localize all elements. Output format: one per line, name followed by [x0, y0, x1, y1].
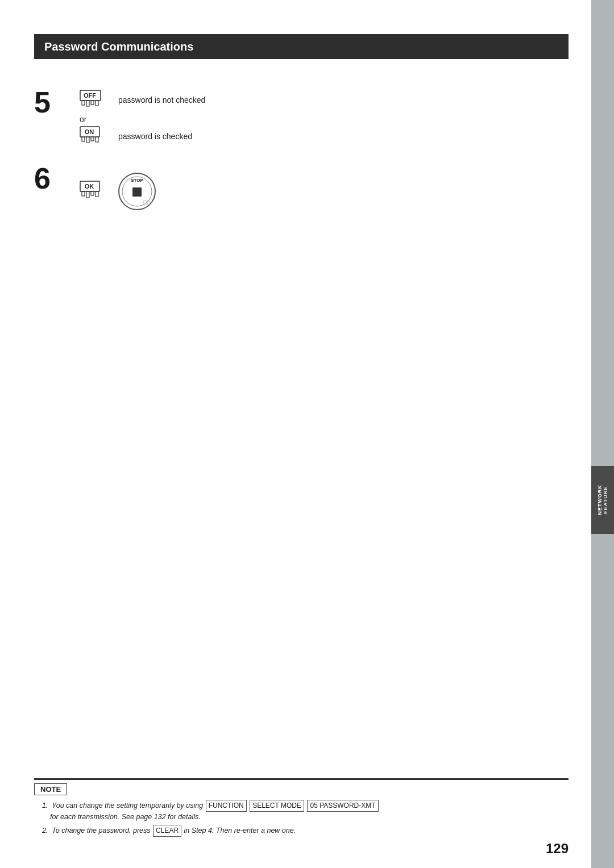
note2-key-clear: CLEAR	[153, 825, 181, 837]
network-feature-tab: NETWORKFEATURE	[591, 466, 614, 534]
step5-on-group: ON password is checked	[80, 126, 569, 147]
note-label: NOTE	[34, 783, 67, 795]
svg-rect-2	[82, 101, 85, 105]
note1-text-before: You can change the setting temporarily b…	[52, 802, 203, 809]
svg-rect-16	[91, 191, 94, 195]
right-tab-bg	[591, 0, 614, 868]
step5-on-description: password is checked	[118, 132, 192, 141]
note1-prefix: 1.	[34, 802, 50, 809]
bottom-rule	[34, 778, 569, 780]
svg-rect-17	[96, 191, 98, 197]
svg-rect-9	[86, 137, 89, 143]
content-area: 5 OFF password is not checked or	[34, 70, 569, 223]
step-5-content: OFF password is not checked or ON	[80, 87, 569, 147]
note2-prefix: 2.	[34, 827, 50, 834]
step-5-number: 5	[34, 87, 80, 117]
svg-rect-8	[82, 137, 85, 141]
page-number: 129	[546, 841, 569, 857]
note2-text-after: in Step 4. Then re-enter a new one.	[184, 827, 296, 834]
off-key-icon: OFF	[80, 90, 113, 110]
note-item-2: 2. To change the password, press CLEAR i…	[34, 825, 546, 837]
header-bar: Password Communications	[34, 34, 569, 59]
stop-key-icon: STOP ☞	[117, 172, 157, 211]
on-key-icon: ON	[80, 126, 113, 147]
svg-rect-14	[82, 191, 85, 196]
note1-key-password-xmt: 05 PASSWORD-XMT	[307, 800, 378, 812]
svg-text:☞: ☞	[143, 198, 151, 207]
svg-rect-4	[91, 101, 94, 105]
step-6-number: 6	[34, 164, 80, 193]
step-6-row: 6 OK STOP	[34, 164, 569, 211]
step-5-row: 5 OFF password is not checked or	[34, 87, 569, 147]
note2-text-before: To change the password, press	[52, 827, 150, 834]
svg-rect-21	[132, 187, 142, 197]
page-title: Password Communications	[44, 40, 193, 53]
note1-key-select-mode: SELECT MODE	[250, 800, 304, 812]
step5-off-group: OFF password is not checked	[80, 90, 569, 110]
svg-rect-3	[86, 101, 89, 106]
svg-rect-15	[86, 191, 89, 198]
note1-key-function: FUNCTION	[206, 800, 247, 812]
note-item-1: 1. You can change the setting temporaril…	[34, 800, 546, 823]
svg-text:OFF: OFF	[84, 92, 96, 99]
ok-key-icon: OK	[80, 181, 111, 202]
note1-text-after: for each transmission. See page 132 for …	[50, 813, 201, 821]
svg-text:STOP: STOP	[131, 178, 143, 183]
tab-label: NETWORKFEATURE	[597, 485, 608, 515]
svg-rect-11	[96, 137, 98, 142]
step-6-content: OK STOP ☞	[80, 164, 569, 211]
step5-off-description: password is not checked	[118, 95, 205, 105]
svg-text:ON: ON	[85, 128, 94, 135]
svg-rect-10	[91, 137, 94, 141]
svg-text:OK: OK	[85, 183, 94, 190]
note-section: NOTE 1. You can change the setting tempo…	[34, 783, 546, 837]
step6-button-group: OK STOP ☞	[80, 172, 569, 211]
svg-rect-5	[96, 101, 98, 106]
step5-or-text: or	[80, 115, 569, 124]
